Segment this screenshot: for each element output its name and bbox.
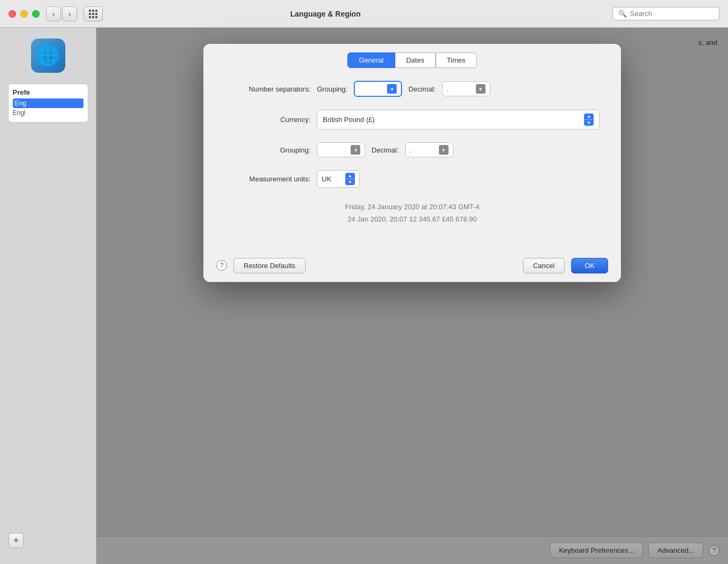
right-area: s, and General Dates Times Number separa…: [96, 28, 728, 564]
preview-line-2: 24 Jan 2020, 20:07 12 345.67 £45 678.90: [225, 213, 600, 225]
tab-general[interactable]: General: [347, 52, 395, 68]
measurement-value: UK: [322, 175, 341, 183]
maximize-button[interactable]: [32, 10, 40, 18]
ok-button[interactable]: OK: [571, 258, 608, 273]
stepper-down-icon[interactable]: ▼: [584, 120, 594, 126]
modal-footer: ? Restore Defaults Cancel OK: [203, 249, 621, 282]
measurement-label: Measurement units:: [225, 175, 310, 183]
lang-item[interactable]: Eng: [13, 98, 84, 108]
decimal-value-1: .: [447, 85, 472, 93]
number-separators-label: Number separators:: [225, 85, 310, 93]
app-icon: 🌐: [31, 39, 65, 73]
pref-title: Prefe: [13, 88, 84, 96]
decimal-dropdown-1[interactable]: . ▾: [442, 81, 490, 96]
measurement-stepper-up[interactable]: ▲: [345, 173, 355, 179]
currency-decimal-arrow: ▾: [439, 145, 449, 155]
main-area: 🌐 Prefe Eng Engl + s, and General Dates …: [0, 28, 728, 564]
currency-decimal-dropdown[interactable]: . ▾: [405, 142, 453, 157]
measurement-dropdown[interactable]: UK ▲ ▼: [317, 170, 360, 188]
currency-label: Currency:: [225, 116, 310, 124]
currency-row: Currency: British Pound (£) ▲ ▼: [225, 110, 600, 129]
preferences-panel: Prefe Eng Engl: [8, 83, 88, 123]
grouping-label-2: Grouping:: [225, 146, 310, 154]
grouping-label-1: Grouping:: [317, 85, 347, 93]
measurement-row: Measurement units: UK ▲ ▼: [225, 170, 600, 188]
add-language-button[interactable]: +: [9, 533, 24, 548]
decimal-label-2: Decimal:: [371, 146, 399, 154]
close-button[interactable]: [9, 10, 16, 18]
cancel-button[interactable]: Cancel: [523, 258, 565, 273]
search-bar[interactable]: 🔍: [612, 7, 719, 20]
currency-value: British Pound (£): [323, 116, 580, 124]
search-icon: 🔍: [618, 10, 627, 18]
sidebar: 🌐 Prefe Eng Engl +: [0, 28, 96, 564]
modal-overlay: General Dates Times Number separators: G…: [96, 28, 728, 564]
decimal-label-1: Decimal:: [408, 85, 436, 93]
currency-separators-row: Grouping: ▾ Decimal: . ▾: [225, 142, 600, 157]
number-separators-row: Number separators: Grouping: ▾ Decimal: …: [225, 81, 600, 97]
decimal-dropdown-arrow-1: ▾: [476, 84, 486, 94]
currency-decimal-value: .: [410, 146, 435, 154]
currency-dropdown[interactable]: British Pound (£) ▲ ▼: [317, 110, 600, 129]
search-input[interactable]: [630, 10, 714, 18]
help-button[interactable]: ?: [216, 260, 227, 271]
minimize-button[interactable]: [20, 10, 28, 18]
modal-dialog: General Dates Times Number separators: G…: [203, 44, 621, 282]
stepper-up-icon[interactable]: ▲: [584, 113, 594, 119]
restore-defaults-button[interactable]: Restore Defaults: [233, 258, 306, 273]
currency-stepper[interactable]: ▲ ▼: [584, 113, 594, 126]
grouping-dropdown-1[interactable]: ▾: [354, 81, 402, 97]
currency-grouping-arrow: ▾: [351, 145, 360, 155]
traffic-lights: [9, 10, 40, 18]
preview-line-1: Friday, 24 January 2020 at 20:07:43 GMT-…: [225, 201, 600, 213]
measurement-stepper-down[interactable]: ▼: [345, 179, 355, 185]
tab-bar: General Dates Times: [203, 44, 621, 68]
title-bar: ‹ › Language & Region 🔍: [0, 0, 728, 28]
measurement-stepper[interactable]: ▲ ▼: [345, 173, 355, 185]
modal-content: Number separators: Grouping: ▾ Decimal: …: [203, 68, 621, 249]
tab-times[interactable]: Times: [436, 52, 477, 68]
tab-dates[interactable]: Dates: [395, 52, 436, 68]
preview-section: Friday, 24 January 2020 at 20:07:43 GMT-…: [225, 201, 600, 226]
currency-grouping-dropdown[interactable]: ▾: [317, 142, 365, 157]
window-title: Language & Region: [45, 10, 606, 18]
lang-sub: Engl: [13, 108, 84, 118]
grouping-dropdown-arrow-1: ▾: [387, 84, 397, 94]
